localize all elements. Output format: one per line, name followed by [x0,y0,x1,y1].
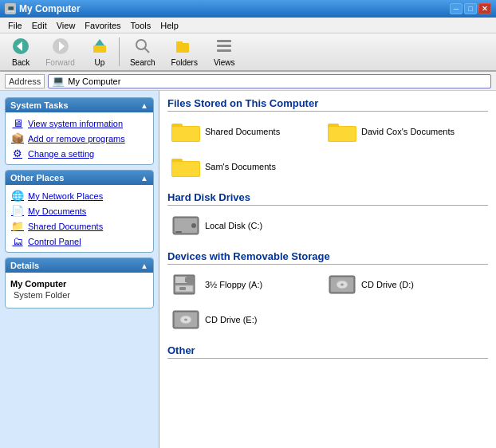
svg-rect-30 [179,287,186,290]
svg-rect-12 [217,49,231,52]
david-cox-label: David Cox's Documents [361,127,455,136]
removable-section: Devices with Removable Storage 3½ Floppy… [167,250,488,335]
shared-docs-folder-icon [171,120,200,143]
change-setting[interactable]: ⚙ Change a setting [7,146,152,161]
files-stored-grid: Shared Documents David Cox's Documents [167,116,488,182]
david-cox-folder-icon [328,120,356,143]
local-disk-icon [171,214,200,238]
svg-point-24 [191,223,196,228]
svg-marker-5 [95,39,104,45]
network-places[interactable]: 🌐 My Network Places [7,188,152,203]
hard-disk-title: Hard Disk Drives [167,191,488,206]
maximize-button[interactable]: □ [464,3,477,14]
other-section: Other [167,344,488,359]
main-layout: System Tasks ▲ 🖥 View system information… [0,91,496,448]
menu-view[interactable]: View [52,19,81,32]
toolbar-divider [119,37,120,66]
svg-rect-8 [176,43,189,53]
sams-documents-item[interactable]: Sam's Documents [167,151,319,182]
cd-e-item[interactable]: CD Drive (E:) [167,305,319,335]
other-places-header[interactable]: Other Places ▲ [6,171,153,185]
david-cox-item[interactable]: David Cox's Documents [324,116,475,147]
details-main-text: My Computer [10,279,148,289]
package-icon: 📦 [10,132,25,144]
removable-title: Devices with Removable Storage [167,250,488,265]
folders-icon [175,37,193,57]
address-value: My Computer [68,77,120,86]
control-panel[interactable]: 🗂 Control Panel [7,234,152,249]
menu-help[interactable]: Help [155,19,183,32]
svg-rect-11 [217,45,231,47]
minimize-button[interactable]: ─ [450,3,463,14]
address-folder-icon: 💻 [52,75,65,87]
window-title: My Computer [19,3,81,14]
other-places-collapse-icon: ▲ [140,174,148,183]
views-button[interactable]: Views [207,35,242,69]
floppy-icon [171,273,200,297]
search-button[interactable]: Search [123,35,163,69]
svg-rect-28 [185,277,188,282]
views-icon [215,37,233,57]
shared-documents-sidebar[interactable]: 📁 Shared Documents [7,218,152,234]
menu-file[interactable]: File [3,19,27,32]
sams-documents-label: Sam's Documents [205,162,276,171]
network-icon: 🌐 [10,190,25,202]
forward-button[interactable]: Forward [38,35,82,69]
back-icon [12,37,30,57]
cd-e-icon [171,308,200,332]
svg-rect-21 [172,162,199,176]
system-tasks-body: 🖥 View system information 📦 Add or remov… [6,112,153,164]
svg-rect-25 [175,231,182,233]
details-sub-text: System Folder [10,289,148,301]
details-panel: Details ▲ My Computer System Folder [5,257,154,308]
system-tasks-panel: System Tasks ▲ 🖥 View system information… [5,97,154,165]
system-tasks-header[interactable]: System Tasks ▲ [6,98,153,112]
svg-rect-27 [175,277,187,283]
documents-icon: 📄 [10,205,25,217]
window-controls: ─ □ ✕ [450,3,491,14]
floppy-a-item[interactable]: 3½ Floppy (A:) [167,269,319,300]
cd-e-label: CD Drive (E:) [205,315,257,324]
svg-rect-9 [176,41,183,44]
svg-rect-18 [329,127,356,141]
setting-icon: ⚙ [10,147,25,159]
hard-disk-grid: Local Disk (C:) [167,210,488,241]
removable-grid: 3½ Floppy (A:) CD Drive (D:) [167,269,488,335]
my-documents[interactable]: 📄 My Documents [7,203,152,218]
svg-line-7 [144,48,149,53]
address-label: Address [5,74,45,88]
address-field[interactable]: 💻 My Computer [48,74,491,88]
shared-documents-item[interactable]: Shared Documents [167,116,319,147]
folders-button[interactable]: Folders [164,35,205,69]
monitor-icon: 🖥 [10,117,25,129]
menu-tools[interactable]: Tools [126,19,156,32]
cd-d-label: CD Drive (D:) [361,280,414,289]
content-area: Files Stored on This Computer Shared Doc… [159,91,496,448]
search-icon [134,37,152,57]
forward-icon [52,37,69,57]
add-remove-programs[interactable]: 📦 Add or remove programs [7,131,152,146]
cd-d-item[interactable]: CD Drive (D:) [324,269,475,300]
svg-point-38 [184,319,187,321]
menu-favorites[interactable]: Favorites [80,19,125,32]
view-system-info[interactable]: 🖥 View system information [7,116,152,131]
other-title: Other [167,344,488,359]
svg-rect-4 [93,45,106,53]
address-bar: Address 💻 My Computer [0,72,496,91]
other-places-panel: Other Places ▲ 🌐 My Network Places 📄 My … [5,170,154,253]
menu-edit[interactable]: Edit [27,19,52,32]
local-disk-c-item[interactable]: Local Disk (C:) [167,210,319,241]
details-header[interactable]: Details ▲ [6,258,153,273]
toolbar: Back Forward Up Search [0,33,496,72]
details-body: My Computer System Folder [6,273,153,308]
shared-documents-label: Shared Documents [205,127,280,136]
cd-d-icon [328,273,356,297]
sams-docs-folder-icon [171,155,200,179]
up-button[interactable]: Up [84,35,116,69]
shared-folder-icon: 📁 [10,220,25,232]
back-button[interactable]: Back [5,35,37,69]
menu-bar: File Edit View Favorites Tools Help [0,18,496,33]
svg-rect-10 [217,40,231,42]
close-button[interactable]: ✕ [478,3,491,14]
sidebar: System Tasks ▲ 🖥 View system information… [0,91,159,448]
